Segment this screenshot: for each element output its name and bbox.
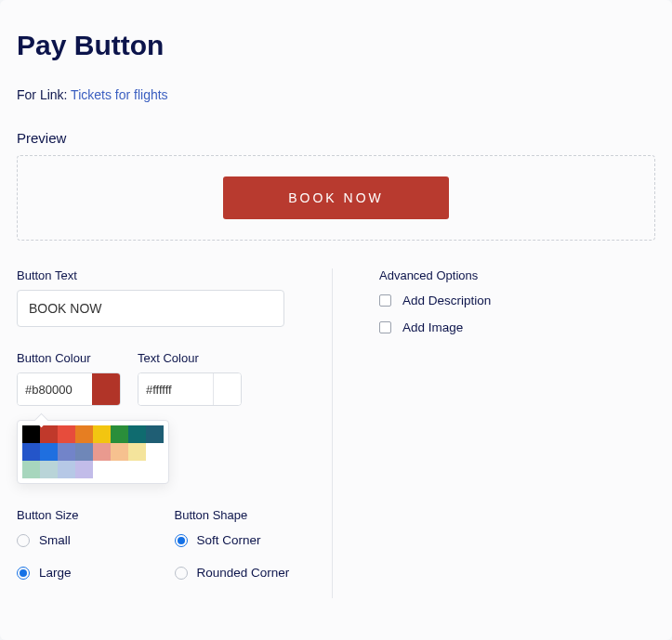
advanced-option-label: Add Image [402, 320, 463, 334]
palette-cell[interactable] [40, 461, 58, 478]
palette-cell[interactable] [58, 461, 75, 478]
palette-cell[interactable] [146, 443, 164, 461]
radio-icon[interactable] [175, 567, 188, 580]
radio-icon[interactable] [17, 567, 30, 580]
radio-icon[interactable] [17, 534, 30, 547]
left-column: Button Text Button Colour Text Colour [17, 268, 333, 598]
palette-cell[interactable] [111, 425, 128, 443]
palette-cell[interactable] [22, 461, 40, 478]
button-colour-swatch[interactable] [92, 373, 120, 405]
advanced-option[interactable]: Add Description [379, 294, 655, 307]
text-colour-swatch[interactable] [213, 373, 241, 405]
text-colour-label: Text Colour [138, 351, 242, 365]
preview-button[interactable]: BOOK NOW [223, 176, 449, 219]
palette-cell[interactable] [146, 425, 164, 443]
palette-cell[interactable] [128, 443, 146, 461]
palette-cell[interactable] [93, 443, 111, 461]
button-size-option[interactable]: Small [17, 533, 158, 547]
button-shape-option-label: Soft Corner [197, 533, 261, 547]
palette-cell[interactable] [75, 425, 93, 443]
for-link-name[interactable]: Tickets for flights [71, 87, 168, 102]
preview-label: Preview [17, 130, 655, 146]
button-size-label: Button Size [17, 508, 158, 522]
button-size-option-label: Small [39, 533, 71, 547]
palette-cell[interactable] [111, 443, 128, 461]
palette-cell[interactable] [146, 461, 164, 478]
palette-cell[interactable] [93, 461, 111, 478]
button-colour-label: Button Colour [17, 351, 121, 365]
colour-palette[interactable] [17, 420, 169, 484]
palette-cell[interactable] [40, 425, 58, 443]
button-shape-option[interactable]: Rounded Corner [175, 566, 316, 580]
palette-cell[interactable] [93, 425, 111, 443]
button-size-option-label: Large [39, 566, 72, 580]
text-colour-field [138, 372, 242, 406]
palette-cell[interactable] [128, 425, 146, 443]
for-link: For Link: Tickets for flights [17, 87, 655, 102]
palette-cell[interactable] [75, 461, 93, 478]
checkbox-icon[interactable] [379, 294, 391, 307]
palette-cell[interactable] [22, 425, 40, 443]
palette-cell[interactable] [22, 443, 40, 461]
button-size-option[interactable]: Large [17, 566, 158, 580]
button-colour-input[interactable] [18, 373, 92, 405]
palette-cell[interactable] [128, 461, 146, 478]
text-colour-input[interactable] [138, 373, 213, 405]
button-text-label: Button Text [17, 268, 315, 282]
checkbox-icon[interactable] [379, 321, 391, 333]
button-shape-label: Button Shape [175, 508, 316, 522]
palette-cell[interactable] [111, 461, 128, 478]
button-shape-option[interactable]: Soft Corner [175, 533, 316, 547]
advanced-options-label: Advanced Options [379, 268, 655, 282]
advanced-option[interactable]: Add Image [379, 320, 655, 334]
button-colour-field [17, 372, 121, 406]
palette-cell[interactable] [58, 425, 75, 443]
for-link-prefix: For Link: [17, 87, 71, 102]
advanced-option-label: Add Description [402, 294, 491, 307]
radio-icon[interactable] [175, 534, 188, 547]
palette-cell[interactable] [58, 443, 75, 461]
button-shape-option-label: Rounded Corner [197, 566, 290, 580]
palette-cell[interactable] [75, 443, 93, 461]
right-column: Advanced Options Add DescriptionAdd Imag… [333, 268, 655, 598]
pay-button-editor: Pay Button For Link: Tickets for flights… [0, 0, 672, 640]
palette-cell[interactable] [40, 443, 58, 461]
page-title: Pay Button [17, 30, 655, 61]
button-text-input[interactable] [17, 290, 284, 327]
preview-box: BOOK NOW [17, 155, 655, 241]
